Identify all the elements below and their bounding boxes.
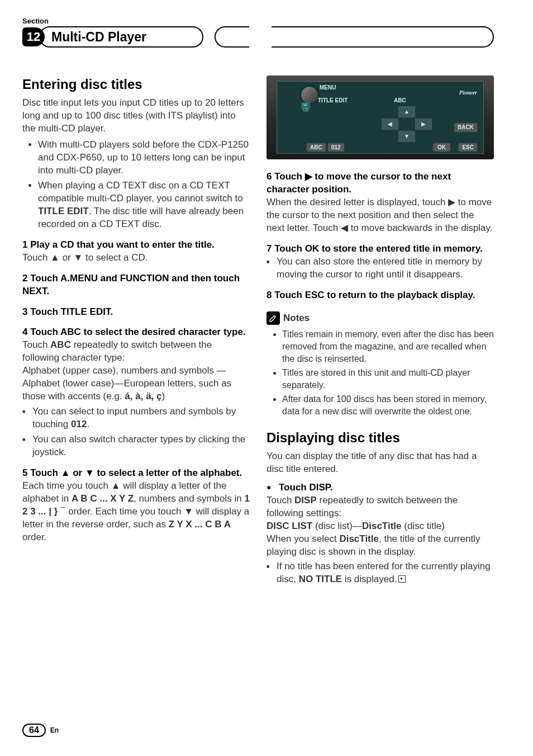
intro-bullets: With multi-CD players sold before the CD… [22,139,250,231]
page-title: Multi-CD Player [39,26,203,48]
step-7-head: 7 Touch OK to store the entered title in… [266,243,494,256]
step-8-head: 8 Touch ESC to return to the playback di… [266,289,494,302]
device-dial-icon [301,87,318,103]
step-6-head: 6 Touch ▶ to move the cursor to the next… [266,171,494,196]
step-7-sub: You can also store the entered title in … [266,256,494,281]
section-number-badge: 12 [22,27,45,46]
device-abc-button: ABC [307,143,326,152]
step-1-head: 1 Play a CD that you want to enter the t… [22,239,250,252]
disp-body: Touch DISP repeatedly to switch between … [266,494,494,559]
step-4-body: Touch ABC repeatedly to switch between t… [22,339,250,403]
step-3-head: 3 Touch TITLE EDIT. [22,306,250,319]
intro-text: Disc title input lets you input CD title… [22,97,250,135]
note-item: Titles are stored in this unit and multi… [282,367,494,391]
device-nav-cluster: ▲ ◀ ▶ ▼ [373,106,440,140]
step-2-head: 2 Touch A.MENU and FUNCTION and then tou… [22,272,250,298]
step-5-body: Each time you touch ▲ will display a let… [22,480,250,544]
device-ok-button: OK [433,143,450,152]
disp-intro: You can display the title of any disc th… [266,450,494,476]
device-mcd-label: M-CD [301,102,310,109]
device-012-button: 012 [328,143,344,152]
notes-label: Notes [283,312,310,325]
device-menu-label: MENU [320,84,336,92]
notes-icon [266,311,280,325]
disp-sub: If no title has been entered for the cur… [266,560,494,586]
device-esc-button: ESC [459,143,477,152]
section-label: Section [22,17,494,25]
header: 12 Multi-CD Player [22,26,494,48]
device-screenshot: M-CD MENU TITLE EDIT ABC Pioneer BACK OK… [266,75,494,159]
step-4-sub1: You can select to input numbers and symb… [22,405,250,431]
page-lang: En [50,726,59,734]
device-title-edit-label: TITLE EDIT [318,97,348,105]
device-back-button: BACK [454,123,477,132]
header-decor-left [215,26,249,48]
heading-displaying-titles: Displaying disc titles [266,429,494,447]
step-5-head: 5 Touch ▲ or ▼ to select a letter of the… [22,467,250,480]
header-decor-right [272,26,494,48]
device-abc-label: ABC [394,97,406,105]
disp-head: Touch DISP. [266,481,494,494]
end-mark-icon [398,575,406,583]
notes-list: Titles remain in memory, even after the … [266,328,494,417]
note-item: Titles remain in memory, even after the … [282,328,494,365]
step-4-sub2: You can also switch character types by c… [22,433,250,459]
notes-heading: Notes [266,311,494,325]
right-column: M-CD MENU TITLE EDIT ABC Pioneer BACK OK… [266,75,494,588]
page-number: 64 [22,724,46,737]
left-column: Entering disc titles Disc title input le… [22,75,250,588]
step-4-head: 4 Touch ABC to select the desired charac… [22,326,250,339]
device-pioneer-logo: Pioneer [459,89,477,97]
note-item: After data for 100 discs has been stored… [282,393,494,417]
bullet-item: When playing a CD TEXT disc on a CD TEXT… [38,179,250,231]
heading-entering-titles: Entering disc titles [22,75,250,93]
page-footer: 64 En [22,724,59,737]
step-6-body: When the desired letter is displayed, to… [266,196,494,235]
bullet-item: With multi-CD players sold before the CD… [38,139,250,177]
step-1-body: Touch ▲ or ▼ to select a CD. [22,252,250,264]
